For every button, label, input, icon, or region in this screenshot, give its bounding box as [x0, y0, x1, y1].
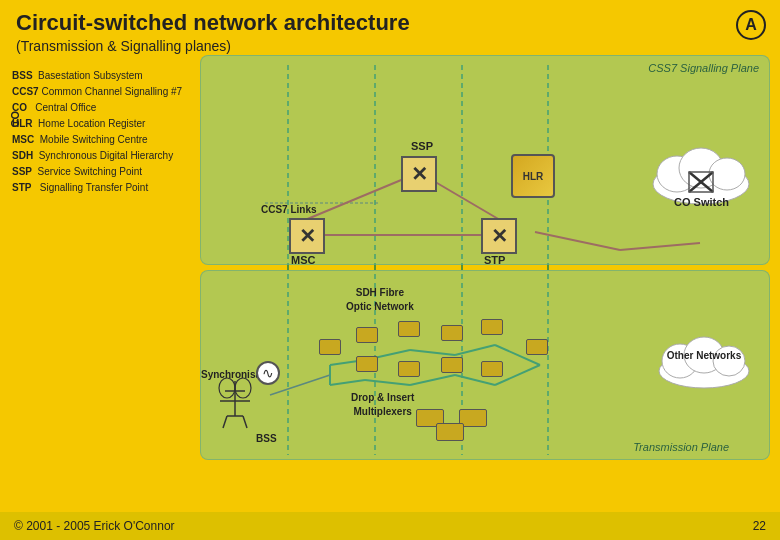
- co-switch-cloud-container: CO Switch: [649, 136, 754, 206]
- css7-plane-label: CSS7 Signalling Plane: [648, 62, 759, 74]
- svg-line-41: [223, 416, 227, 428]
- other-networks-container: Other Networks: [654, 321, 754, 389]
- sdh-node-8: [441, 357, 463, 373]
- sdh-node-3: [398, 321, 420, 337]
- sdh-node-1: [319, 339, 341, 355]
- header: Circuit-switched network architecture (T…: [0, 0, 780, 60]
- sdh-node-6: [526, 339, 548, 355]
- legend-item-sdh: SDH Synchronous Digital Hierarchy: [12, 148, 182, 164]
- page-title: Circuit-switched network architecture: [16, 10, 764, 36]
- stp-node: ✕: [481, 218, 517, 254]
- legend-item-co: CO Central Office: [12, 100, 182, 116]
- msc-label: MSC: [291, 254, 315, 266]
- drop-insert-label: Drop & InsertMultiplexers: [351, 391, 414, 419]
- page-subtitle: (Transmission & Signalling planes): [16, 38, 764, 54]
- svg-point-43: [219, 378, 235, 398]
- footer-copyright: © 2001 - 2005 Erick O'Connor: [14, 519, 175, 533]
- sdh-label: SDH FibreOptic Network: [346, 286, 414, 314]
- hlr-label: HLR: [523, 171, 544, 182]
- sdh-node-9: [398, 361, 420, 377]
- sdh-node-10: [356, 356, 378, 372]
- sdh-node-2: [356, 327, 378, 343]
- bss-label: BSS: [256, 433, 277, 444]
- other-networks-label: Other Networks: [667, 350, 741, 361]
- sdh-node-5: [481, 319, 503, 335]
- diagram-area: CSS7 Signalling Plane CCS7 Links ✕ SSP ✕…: [200, 55, 770, 505]
- legend-item-stp: STP Signalling Transfer Point: [12, 180, 182, 196]
- transmission-plane: Transmission Plane SDH FibreOptic Networ…: [200, 270, 770, 460]
- legend-item-ccs7: CCS7 Common Channel Signalling #7: [12, 84, 182, 100]
- svg-point-44: [235, 378, 251, 398]
- co-switch-label: CO Switch: [674, 196, 729, 208]
- svg-line-42: [243, 416, 247, 428]
- logo-badge: A: [736, 10, 766, 40]
- sdh-node-7: [481, 361, 503, 377]
- legend-item-bss: BSS Basestation Subsystem: [12, 68, 182, 84]
- legend-item-ssp: SSP Service Switching Point: [12, 164, 182, 180]
- transmission-plane-label: Transmission Plane: [633, 441, 729, 453]
- hlr-node: HLR: [511, 154, 555, 198]
- msc-node: ✕: [289, 218, 325, 254]
- ssp-node: ✕: [401, 156, 437, 192]
- legend-container: BSS Basestation Subsystem CCS7 Common Ch…: [12, 68, 182, 196]
- signalling-plane: CSS7 Signalling Plane CCS7 Links ✕ SSP ✕…: [200, 55, 770, 265]
- stp-label: STP: [484, 254, 505, 266]
- ssp-label: SSP: [411, 140, 433, 152]
- bss-antenna-svg: [205, 376, 265, 431]
- svg-point-29: [709, 158, 745, 190]
- sdh-node-4: [441, 325, 463, 341]
- mux-3: [436, 423, 464, 441]
- ccs7-links-label: CCS7 Links: [261, 204, 317, 215]
- legend-item-msc: MSC Mobile Switching Centre: [12, 132, 182, 148]
- legend-item-hlr: HLR Home Location Register: [12, 116, 182, 132]
- footer: © 2001 - 2005 Erick O'Connor 22: [0, 512, 780, 540]
- footer-page-number: 22: [753, 519, 766, 533]
